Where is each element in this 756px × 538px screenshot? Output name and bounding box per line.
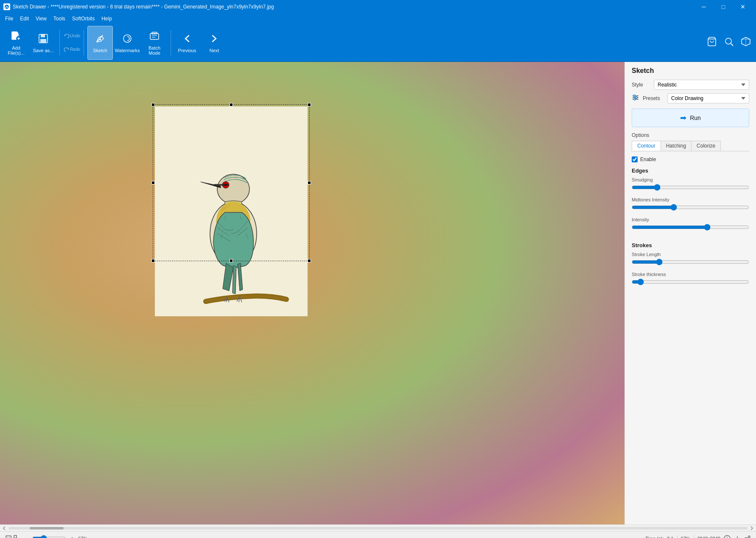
- download-icon[interactable]: [734, 535, 741, 538]
- menu-edit[interactable]: Edit: [17, 15, 32, 22]
- sketch-label: Sketch: [93, 48, 107, 53]
- svg-point-27: [636, 97, 637, 98]
- stroke-thickness-label: Stroke thickness: [632, 272, 749, 277]
- right-panel: Sketch Style Realistic Cartoon Impressio…: [624, 62, 756, 524]
- zoom-actual-icon[interactable]: [14, 535, 20, 538]
- edges-section: Edges Smudging Midtones Intensity Intens…: [625, 166, 756, 240]
- horizontal-scrollbar[interactable]: [0, 524, 756, 531]
- save-as-button[interactable]: Save as...: [31, 26, 56, 60]
- run-label: Run: [690, 114, 701, 121]
- edges-title: Edges: [632, 167, 749, 174]
- close-button[interactable]: ✕: [733, 0, 753, 14]
- smudging-row: Smudging: [632, 177, 749, 192]
- intensity-slider[interactable]: [632, 224, 749, 231]
- style-row: Style Realistic Cartoon Impressionist Wa…: [625, 78, 756, 92]
- svg-line-14: [731, 44, 734, 46]
- midtones-label: Midtones Intensity: [632, 197, 749, 202]
- enable-label: Enable: [640, 156, 656, 162]
- zoom-range-input[interactable]: [32, 535, 66, 538]
- scroll-left-icon[interactable]: [2, 526, 7, 531]
- status-right: Time (s): 0.1 67% 2048x2048: [645, 535, 751, 538]
- svg-rect-29: [6, 536, 11, 538]
- svg-point-7: [123, 35, 131, 42]
- toolbar: Add File(s)... Save as... Undo Redo Sket…: [0, 24, 756, 62]
- midtones-slider[interactable]: [632, 204, 749, 211]
- selection-box[interactable]: [153, 104, 310, 261]
- tab-colorize[interactable]: Colorize: [691, 141, 721, 151]
- time-value: 0.1: [667, 536, 673, 538]
- previous-icon: [181, 33, 193, 46]
- svg-rect-5: [40, 39, 46, 42]
- status-bar: − + 67% Time (s): 0.1 67% 2048x2048: [0, 531, 756, 538]
- handle-bottom-left[interactable]: [151, 259, 155, 262]
- intensity-row: Intensity: [632, 217, 749, 232]
- panel-title: Sketch: [625, 62, 756, 78]
- presets-select[interactable]: Color Drawing Pencil Sketch Charcoal Ink…: [667, 93, 749, 103]
- search-icon[interactable]: [722, 35, 736, 50]
- stroke-length-label: Stroke Length: [632, 252, 749, 257]
- handle-middle-left[interactable]: [151, 181, 155, 184]
- redo-button[interactable]: Redo: [63, 44, 80, 56]
- options-label: Options: [632, 132, 749, 138]
- menu-file[interactable]: File: [2, 15, 17, 22]
- svg-point-28: [634, 98, 636, 100]
- handle-bottom-right[interactable]: [308, 259, 311, 262]
- maximize-button[interactable]: □: [714, 0, 733, 14]
- svg-rect-6: [99, 39, 101, 40]
- svg-point-38: [748, 536, 750, 538]
- scroll-right-icon[interactable]: [749, 526, 754, 531]
- run-button[interactable]: ➡ Run: [632, 109, 749, 127]
- previous-label: Previous: [178, 48, 196, 53]
- handle-bottom-middle[interactable]: [230, 259, 233, 262]
- tab-hatching[interactable]: Hatching: [661, 141, 692, 151]
- minimize-button[interactable]: ─: [694, 0, 714, 14]
- strokes-title: Strokes: [632, 242, 749, 248]
- zoom-out-button[interactable]: −: [22, 534, 31, 538]
- zoom-in-button[interactable]: +: [68, 534, 76, 538]
- toolbar-right-icons: [705, 35, 753, 50]
- menu-help[interactable]: Help: [98, 15, 115, 22]
- canvas-area[interactable]: [0, 62, 624, 524]
- scrollbar-thumb[interactable]: [30, 527, 64, 530]
- handle-top-left[interactable]: [151, 103, 155, 106]
- stroke-thickness-slider[interactable]: [632, 279, 749, 285]
- handle-top-middle[interactable]: [230, 103, 233, 106]
- svg-rect-4: [41, 34, 45, 37]
- enable-checkbox[interactable]: [632, 156, 638, 162]
- sketch-button[interactable]: Sketch: [87, 26, 113, 60]
- undo-button[interactable]: Undo: [63, 30, 80, 42]
- stroke-length-slider[interactable]: [632, 259, 749, 265]
- next-button[interactable]: Next: [202, 26, 227, 60]
- batch-mode-label: Batch Mode: [143, 45, 165, 56]
- zoom-fit-icon[interactable]: [5, 535, 12, 538]
- svg-rect-8: [150, 33, 159, 39]
- previous-button[interactable]: Previous: [174, 26, 200, 60]
- batch-mode-button[interactable]: Batch Mode: [142, 26, 167, 60]
- 3d-box-icon[interactable]: [739, 35, 753, 50]
- menu-view[interactable]: View: [32, 15, 50, 22]
- menu-tools[interactable]: Tools: [50, 15, 69, 22]
- handle-middle-right[interactable]: [308, 181, 311, 184]
- options-tabs: Contour Hatching Colorize: [632, 141, 749, 151]
- image-dimensions: 2048x2048: [697, 536, 720, 538]
- info-icon[interactable]: [724, 535, 731, 538]
- scrollbar-track[interactable]: [8, 527, 748, 530]
- add-file-button[interactable]: Add File(s)...: [3, 26, 29, 60]
- handle-top-right[interactable]: [308, 103, 311, 106]
- enable-row: Enable: [625, 153, 756, 166]
- smudging-slider[interactable]: [632, 184, 749, 191]
- add-file-icon: [10, 30, 22, 44]
- menu-softorbits[interactable]: SoftOrbits: [69, 15, 98, 22]
- toolbar-separator-2: [84, 30, 84, 56]
- share-icon[interactable]: [744, 535, 751, 538]
- watermarks-label: Watermarks: [115, 48, 140, 53]
- cart-icon[interactable]: [705, 35, 719, 50]
- watermarks-button[interactable]: Watermarks: [115, 26, 140, 60]
- presets-label: Presets: [643, 95, 664, 101]
- next-icon: [208, 33, 220, 46]
- svg-point-13: [725, 38, 731, 44]
- main-layout: Sketch Style Realistic Cartoon Impressio…: [0, 62, 756, 524]
- midtones-row: Midtones Intensity: [632, 197, 749, 212]
- style-select[interactable]: Realistic Cartoon Impressionist Watercol…: [654, 80, 749, 90]
- tab-contour[interactable]: Contour: [632, 141, 661, 151]
